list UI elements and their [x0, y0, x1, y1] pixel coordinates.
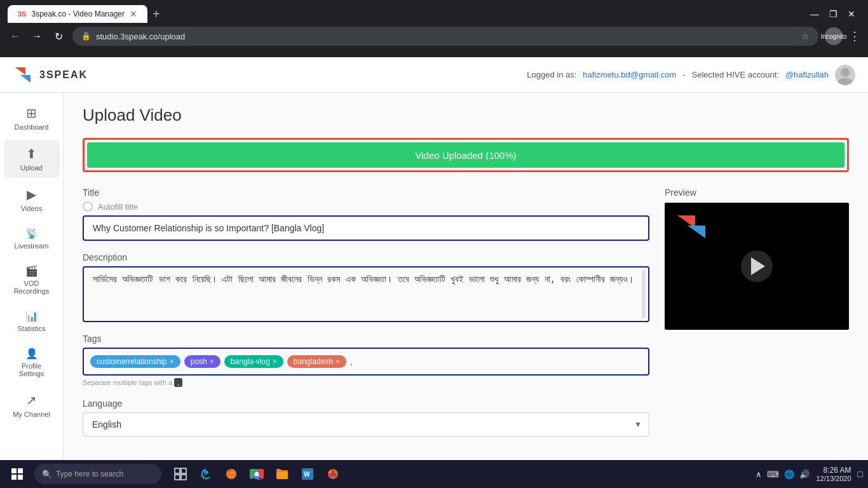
hive-account: @hafizullah	[785, 70, 829, 79]
tag-cursor: ,	[350, 357, 353, 367]
tag-label: posh	[191, 357, 207, 366]
logo-area: 3SPEAK	[13, 65, 88, 85]
title-field-group: Title Autofill title	[83, 187, 649, 241]
autofill-row: Autofill title	[83, 201, 649, 212]
tag-bangladesh: bangladesh ×	[287, 355, 346, 368]
tag-remove-button[interactable]: ×	[210, 357, 214, 366]
dashboard-icon: ⊞	[26, 105, 37, 121]
sidebar-label-statistics: Statistics	[17, 325, 45, 332]
tag-label: bangla-vlog	[231, 357, 270, 366]
sidebar-label-channel: My Channel	[13, 410, 50, 418]
browser-tab[interactable]: 3S 3speak.co - Video Manager ✕	[8, 5, 147, 23]
restore-button[interactable]: ❐	[829, 9, 837, 19]
sidebar-label-videos: Videos	[21, 205, 42, 212]
sidebar-label-vod: VOD Recordings	[9, 280, 55, 295]
description-label: Description	[83, 252, 649, 262]
user-email: hafizmetu.bd@gmail.com	[583, 70, 676, 79]
upload-icon: ⬆	[26, 146, 37, 161]
svg-point-3	[837, 78, 853, 85]
avatar	[835, 65, 855, 85]
tab-title: 3speak.co - Video Manager	[31, 10, 125, 18]
tag-label: bangladesh	[294, 357, 333, 366]
header-right: Logged in as: hafizmetu.bd@gmail.com - S…	[527, 65, 855, 85]
tags-container[interactable]: customerrelationship ×posh ×bangla-vlog …	[83, 348, 649, 376]
bookmark-icon[interactable]: ☆	[801, 31, 810, 41]
tag-remove-button[interactable]: ×	[336, 357, 340, 366]
sidebar-label-profile: Profile Settings	[9, 362, 55, 377]
login-info-label: Logged in as:	[527, 70, 576, 79]
language-label: Language	[83, 398, 649, 409]
sidebar: ⊞ Dashboard ⬆ Upload ▶ Videos 📡 Livestre…	[0, 93, 64, 460]
refresh-button[interactable]: ↻	[51, 30, 66, 43]
sidebar-item-profile[interactable]: 👤 Profile Settings	[4, 341, 60, 384]
browser-menu-button[interactable]: ⋮	[849, 29, 860, 43]
svg-marker-5	[688, 226, 705, 238]
language-select[interactable]: EnglishBengaliSpanishFrenchGermanArabic	[83, 412, 649, 437]
sidebar-label-livestream: Livestream	[15, 242, 49, 250]
sidebar-item-upload[interactable]: ⬆ Upload	[4, 140, 60, 178]
play-triangle-icon	[751, 257, 765, 275]
sidebar-item-vod[interactable]: 🎬 VOD Recordings	[4, 259, 60, 301]
page-title: Upload Video	[83, 105, 849, 125]
video-preview[interactable]	[665, 203, 849, 330]
svg-marker-0	[15, 67, 25, 75]
sidebar-item-livestream[interactable]: 📡 Livestream	[4, 221, 60, 256]
close-button[interactable]: ✕	[848, 9, 855, 19]
play-button[interactable]	[741, 250, 773, 282]
logo-text: 3SPEAK	[39, 69, 88, 81]
autofill-radio[interactable]	[83, 201, 93, 212]
autofill-label: Autofill title	[98, 202, 138, 212]
tag-posh: posh ×	[184, 355, 220, 368]
profile-button[interactable]: Incognito	[825, 27, 843, 45]
hive-label: Selected HIVE account:	[692, 70, 779, 79]
title-label: Title	[83, 187, 649, 198]
separator-hint: Separate multiple tags with a ,	[83, 378, 649, 387]
minimize-button[interactable]: —	[810, 9, 819, 19]
vod-icon: 🎬	[25, 265, 38, 277]
description-scrollbar[interactable]	[642, 270, 646, 318]
separator-badge: ,	[174, 378, 182, 387]
app-header: 3SPEAK Logged in as: hafizmetu.bd@gmail.…	[0, 57, 868, 93]
tag-label: customerrelationship	[97, 357, 167, 366]
statistics-icon: 📊	[25, 310, 38, 322]
language-field-group: Language EnglishBengaliSpanishFrenchGerm…	[83, 398, 649, 437]
tab-close-button[interactable]: ✕	[130, 9, 137, 19]
sidebar-item-statistics[interactable]: 📊 Statistics	[4, 304, 60, 339]
forward-button[interactable]: →	[29, 30, 44, 42]
address-bar[interactable]: 🔒 studio.3speak.co/upload ☆	[72, 27, 818, 46]
sidebar-item-dashboard[interactable]: ⊞ Dashboard	[4, 99, 60, 137]
sidebar-item-channel[interactable]: ↗ My Channel	[4, 386, 60, 424]
tag-customerrelationship: customerrelationship ×	[90, 355, 180, 368]
svg-marker-1	[20, 75, 31, 83]
lock-icon: 🔒	[81, 32, 91, 41]
sidebar-item-videos[interactable]: ▶ Videos	[4, 180, 60, 219]
language-select-wrapper: EnglishBengaliSpanishFrenchGermanArabic …	[83, 412, 649, 437]
tag-bangla-vlog: bangla-vlog ×	[224, 355, 283, 368]
incognito-label: Incognito	[821, 33, 847, 40]
svg-point-2	[841, 68, 850, 77]
upload-progress-container: Video Uploaded (100%)	[83, 138, 849, 172]
livestream-icon: 📡	[25, 227, 38, 240]
channel-icon: ↗	[26, 393, 37, 408]
tag-remove-button[interactable]: ×	[273, 357, 277, 366]
form-area: Title Autofill title Description সার্ভিস…	[83, 187, 649, 448]
preview-label: Preview	[665, 187, 849, 198]
sidebar-label-dashboard: Dashboard	[15, 123, 49, 131]
separator: -	[682, 70, 685, 79]
back-button[interactable]: ←	[8, 30, 23, 42]
tags-field-group: Tags customerrelationship ×posh ×bangla-…	[83, 334, 649, 387]
video-logo	[676, 214, 708, 242]
title-input[interactable]	[83, 215, 649, 241]
new-tab-button[interactable]: +	[153, 7, 160, 22]
main-content: Upload Video Video Uploaded (100%) Title…	[64, 93, 868, 460]
description-textarea[interactable]: সার্ভিসের অভিজ্ঞতাটি ভাগ করে নিয়েছি। এট…	[84, 268, 648, 318]
upload-progress-label: Video Uploaded (100%)	[415, 150, 516, 161]
description-wrapper: সার্ভিসের অভিজ্ঞতাটি ভাগ করে নিয়েছি। এট…	[83, 266, 649, 322]
sidebar-label-upload: Upload	[20, 164, 43, 172]
url-text: studio.3speak.co/upload	[96, 32, 796, 41]
tags-label: Tags	[83, 334, 649, 344]
preview-area: Preview	[665, 187, 849, 448]
profile-icon: 👤	[25, 348, 38, 360]
description-field-group: Description সার্ভিসের অভিজ্ঞতাটি ভাগ করে…	[83, 252, 649, 322]
tag-remove-button[interactable]: ×	[170, 357, 174, 366]
